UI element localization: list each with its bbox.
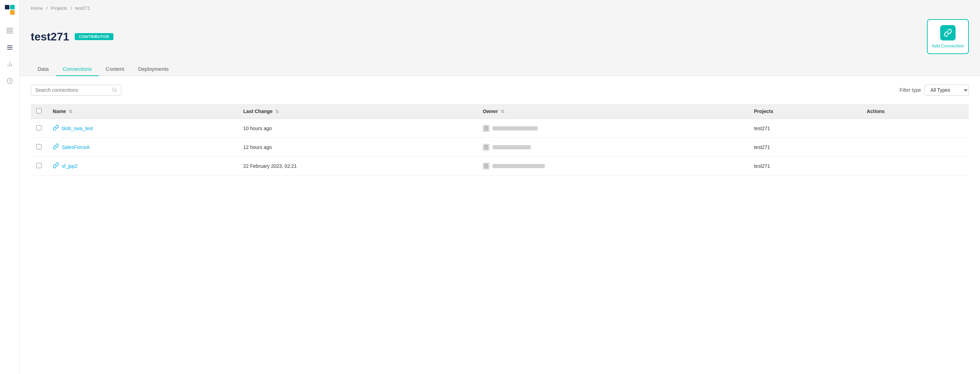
row-name-cell: sf_jpp2 — [47, 157, 238, 175]
col-last-change: Last Change ⇅ — [238, 104, 477, 119]
svg-point-11 — [113, 88, 116, 91]
table-row: sf_jpp2 22 February 2023, 02:21 test271 — [31, 157, 969, 175]
table-header-row: Name ⇅ Last Change ⇅ Owner ⇅ Projects — [31, 104, 969, 119]
add-connection-label: Add Connection — [932, 43, 964, 48]
row-actions — [861, 119, 969, 138]
row-owner — [477, 119, 748, 138]
row-checkbox-cell — [31, 138, 47, 157]
name-sort-icon[interactable]: ⇅ — [69, 109, 72, 114]
tab-connections[interactable]: Connections — [56, 62, 99, 76]
connection-icon — [53, 124, 59, 132]
owner-avatar — [483, 162, 490, 170]
col-projects: Projects — [748, 104, 861, 119]
select-all-checkbox[interactable] — [36, 108, 41, 113]
row-projects: test271 — [748, 119, 861, 138]
owner-sort-icon[interactable]: ⇅ — [501, 109, 504, 114]
owner-name-blurred — [492, 126, 538, 131]
filter-type-select[interactable]: All Types Blob Storage Salesforce — [924, 84, 969, 95]
tabs: Data Connections Content Deployments — [19, 54, 980, 76]
tab-data[interactable]: Data — [31, 62, 56, 76]
row-name-cell: SalesForceA — [47, 138, 238, 157]
svg-rect-3 — [10, 32, 12, 33]
tab-content[interactable]: Content — [99, 62, 131, 76]
page-title: test271 — [31, 30, 69, 43]
breadcrumb-sep2: / — [70, 6, 72, 11]
filter-row: Filter type All Types Blob Storage Sales… — [900, 84, 969, 95]
row-last-change: 22 February 2023, 02:21 — [238, 157, 477, 175]
row-checkbox[interactable] — [36, 144, 41, 149]
search-filter-row: Filter type All Types Blob Storage Sales… — [31, 84, 969, 95]
sidebar-grid-icon[interactable] — [0, 39, 19, 56]
row-checkbox-cell — [31, 119, 47, 138]
svg-rect-1 — [10, 28, 12, 30]
row-checkbox[interactable] — [36, 163, 41, 168]
add-connection-icon — [940, 25, 956, 40]
filter-label: Filter type — [900, 87, 921, 93]
col-name: Name ⇅ — [47, 104, 238, 119]
contributor-badge: CONTRIBUTOR — [75, 33, 113, 40]
row-last-change: 10 hours ago — [238, 119, 477, 138]
content-area: Filter type All Types Blob Storage Sales… — [19, 76, 980, 374]
row-projects: test271 — [748, 157, 861, 175]
row-actions — [861, 138, 969, 157]
add-connection-button[interactable]: Add Connection — [927, 19, 969, 54]
col-actions: Actions — [861, 104, 969, 119]
row-checkbox-cell — [31, 157, 47, 175]
app-logo[interactable] — [0, 0, 19, 19]
connection-icon — [53, 143, 59, 151]
connections-table: Name ⇅ Last Change ⇅ Owner ⇅ Projects — [31, 104, 969, 175]
table-row: SalesForceA 12 hours ago test271 — [31, 138, 969, 157]
search-box — [31, 85, 121, 95]
col-owner: Owner ⇅ — [477, 104, 748, 119]
sidebar — [0, 0, 19, 374]
breadcrumb: Home / Projects / test271 — [19, 0, 980, 14]
row-checkbox[interactable] — [36, 125, 41, 131]
breadcrumb-projects[interactable]: Projects — [51, 6, 67, 11]
sidebar-clock-icon[interactable] — [0, 73, 19, 89]
connection-name-link[interactable]: sf_jpp2 — [53, 162, 232, 170]
row-last-change: 12 hours ago — [238, 138, 477, 157]
breadcrumb-current: test271 — [75, 6, 90, 11]
breadcrumb-home[interactable]: Home — [31, 6, 43, 11]
row-projects: test271 — [748, 138, 861, 157]
connection-icon — [53, 162, 59, 170]
owner-avatar — [483, 125, 490, 132]
sidebar-chart-icon[interactable] — [0, 56, 19, 73]
sidebar-list-icon[interactable] — [0, 22, 19, 39]
select-all-header — [31, 104, 47, 119]
owner-name-blurred — [492, 145, 531, 149]
row-actions — [861, 157, 969, 175]
row-owner — [477, 157, 748, 175]
row-owner — [477, 138, 748, 157]
search-icon — [112, 87, 117, 93]
svg-rect-0 — [7, 28, 9, 30]
tab-deployments[interactable]: Deployments — [131, 62, 176, 76]
connection-name-link[interactable]: blob_swa_test — [53, 124, 232, 132]
owner-name-blurred — [492, 164, 545, 168]
main-content: Home / Projects / test271 test271 CONTRI… — [19, 0, 980, 374]
connection-name-link[interactable]: SalesForceA — [53, 143, 232, 151]
page-header: test271 CONTRIBUTOR Add Connection — [19, 14, 980, 54]
last-change-sort-icon[interactable]: ⇅ — [275, 109, 279, 114]
owner-avatar — [483, 144, 490, 151]
search-input[interactable] — [35, 87, 109, 93]
table-row: blob_swa_test 10 hours ago test271 — [31, 119, 969, 138]
svg-rect-2 — [7, 32, 9, 33]
breadcrumb-sep1: / — [46, 6, 48, 11]
page-header-left: test271 CONTRIBUTOR — [31, 30, 113, 43]
row-name-cell: blob_swa_test — [47, 119, 238, 138]
svg-line-12 — [116, 90, 116, 91]
